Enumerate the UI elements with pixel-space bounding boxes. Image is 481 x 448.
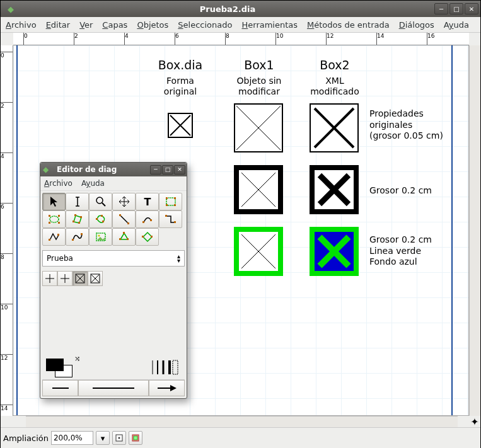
arrow-selectors [42, 379, 185, 396]
zoom-input[interactable] [51, 431, 93, 445]
app-icon: ◆ [4, 3, 17, 15]
svg-rect-60 [127, 238, 129, 240]
menu-ver[interactable]: Ver [79, 20, 93, 30]
svg-rect-59 [123, 232, 125, 234]
color-swatch[interactable]: ⤭ [46, 359, 72, 377]
tool-text[interactable]: T [136, 193, 159, 210]
snap-grid-button[interactable] [112, 431, 126, 445]
col2-sub: Objeto sin modificar [228, 76, 291, 97]
toolbox-window[interactable]: ◆ Editor de diag ─ □ ✕ Archivo Ayuda T [40, 162, 187, 399]
menu-ayuda[interactable]: Ayuda [444, 20, 469, 30]
tool-beziergon[interactable] [89, 210, 112, 228]
svg-point-33 [50, 216, 59, 222]
col1-sub: Forma original [149, 76, 212, 97]
tool-box[interactable] [159, 193, 182, 210]
tool-bezier[interactable] [66, 228, 89, 246]
toolbox-maximize-button[interactable]: □ [162, 165, 173, 175]
svg-rect-32 [174, 204, 176, 206]
svg-rect-24 [134, 436, 137, 440]
svg-rect-36 [49, 222, 50, 224]
line-width-selector[interactable] [148, 357, 181, 377]
tool-image[interactable] [89, 228, 112, 246]
sheet-shapes [40, 269, 187, 288]
svg-rect-40 [80, 216, 82, 218]
toolbox-close-button[interactable]: ✕ [174, 165, 185, 175]
svg-line-26 [102, 203, 105, 206]
fg-color[interactable] [46, 359, 64, 371]
tool-outline[interactable] [112, 228, 136, 246]
box1-row1[interactable] [234, 103, 283, 152]
menu-metodos[interactable]: Métodos de entrada [307, 20, 390, 30]
nav-corner[interactable]: ✦ [469, 416, 480, 427]
tool-magnify[interactable] [89, 193, 112, 210]
main-window: ◆ Prueba2.dia ─ □ ✕ Archivo Editar Ver C… [0, 0, 481, 448]
box2-row1[interactable] [310, 103, 359, 152]
svg-rect-53 [57, 234, 59, 236]
shape-plus1[interactable] [42, 271, 57, 286]
box2-row3[interactable] [310, 227, 359, 276]
menu-archivo[interactable]: Archivo [6, 20, 37, 30]
menu-dialogos[interactable]: Diálogos [399, 20, 434, 30]
svg-rect-38 [72, 221, 74, 222]
toolbox-minimize-button[interactable]: ─ [150, 165, 161, 175]
menu-herramientas[interactable]: Herramientas [241, 20, 298, 30]
svg-rect-42 [96, 218, 98, 220]
close-button[interactable]: ✕ [465, 3, 478, 14]
tool-line[interactable] [112, 210, 136, 228]
col1-heading: Box.dia [149, 58, 212, 72]
tool-polyline[interactable] [42, 228, 66, 246]
statusbar: Ampliación ▾ [1, 427, 480, 448]
svg-rect-77 [173, 360, 178, 374]
svg-rect-29 [166, 197, 168, 199]
arrow-end[interactable] [149, 380, 185, 396]
tool-text-edit[interactable] [66, 193, 89, 210]
box1-row3[interactable] [234, 227, 283, 276]
box1-row2[interactable] [234, 165, 283, 214]
toolbox-menu-archivo[interactable]: Archivo [44, 179, 72, 188]
ruler-corner [1, 416, 13, 427]
toolbox-tools: T [40, 190, 187, 248]
window-title: Prueba2.dia [21, 4, 434, 14]
col3-sub: XML modificado [303, 76, 366, 97]
tool-polygon[interactable] [66, 210, 89, 228]
zoom-label: Ampliación [3, 434, 49, 443]
box2-row2[interactable] [310, 165, 359, 214]
svg-rect-30 [174, 197, 176, 199]
menu-editar[interactable]: Editar [46, 20, 71, 30]
scrollbar-horizontal[interactable] [26, 416, 458, 427]
snap-object-button[interactable] [129, 431, 142, 445]
combo-arrows-icon: ▴▾ [177, 254, 180, 263]
svg-rect-55 [81, 233, 83, 235]
tool-arc[interactable] [136, 210, 159, 228]
shape-xbox1[interactable] [72, 271, 88, 286]
titlebar: ◆ Prueba2.dia ─ □ ✕ [1, 1, 480, 17]
tool-zigzag[interactable] [159, 210, 182, 228]
tool-scroll[interactable] [112, 193, 136, 210]
ruler-horizontal: 0246810121416 [13, 33, 469, 45]
sheet-selector[interactable]: Prueba ▴▾ [42, 250, 185, 267]
svg-rect-39 [74, 214, 76, 216]
col2-heading: Box1 [228, 58, 291, 72]
line-style[interactable] [78, 380, 149, 396]
box-dia-original[interactable] [168, 113, 193, 138]
minimize-button[interactable]: ─ [434, 3, 448, 14]
tool-outline2[interactable] [136, 228, 159, 246]
shape-plus2[interactable] [57, 271, 72, 286]
tool-ellipse[interactable] [42, 210, 66, 228]
svg-rect-51 [174, 221, 176, 223]
scrollbar-vertical[interactable] [469, 45, 480, 416]
menu-capas[interactable]: Capas [102, 20, 127, 30]
swap-colors-icon[interactable]: ⤭ [74, 355, 80, 363]
menu-objetos[interactable]: Objetos [137, 20, 168, 30]
arrow-start[interactable] [42, 380, 78, 396]
maximize-button[interactable]: □ [449, 3, 463, 14]
row1-label: Propiedades originales (grosor 0.05 cm) [369, 108, 443, 142]
svg-rect-41 [78, 222, 80, 224]
toolbox-menu-ayuda[interactable]: Ayuda [81, 179, 105, 188]
shape-xbox2[interactable] [88, 271, 103, 286]
toolbox-bottom: ⤭ [42, 355, 185, 396]
menu-seleccionado[interactable]: Seleccionado [178, 20, 232, 30]
toolbox-title: Editor de diag [57, 165, 150, 174]
zoom-dropdown[interactable]: ▾ [96, 431, 110, 445]
tool-pointer[interactable] [42, 193, 66, 210]
